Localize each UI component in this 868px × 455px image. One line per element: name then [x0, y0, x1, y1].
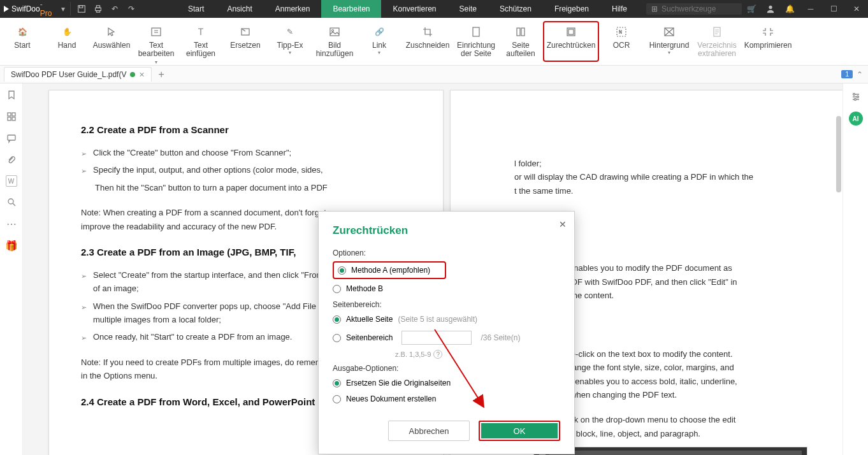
svg-rect-12 [521, 28, 524, 36]
bullet-arrow-icon: ➢ [81, 163, 87, 177]
menu-hilfe[interactable]: Hilfe [600, 0, 639, 18]
ribbon-page-setup[interactable]: Einrichtung der Seite [454, 21, 498, 58]
page-range-input[interactable] [401, 331, 472, 345]
page-range-hint: z.B. 1,3,5-9 ? [395, 350, 560, 359]
menu-ansicht[interactable]: Ansicht [215, 0, 263, 18]
svg-rect-19 [12, 113, 15, 116]
scrollbar-thumb[interactable] [836, 116, 841, 192]
left-sidebar: W ⋯ 🎁 [0, 83, 23, 455]
thumbnails-icon[interactable] [5, 110, 18, 123]
ok-button[interactable]: OK [479, 421, 560, 441]
radio-page-range[interactable]: Seitenbereich /36 Seite(n) [333, 329, 560, 347]
radio-icon [333, 315, 341, 324]
ribbon-split-page[interactable]: Seite aufteilen [498, 21, 543, 58]
right-sidebar: AI [843, 83, 868, 455]
ribbon-text-edit[interactable]: Text bearbeiten▾ [134, 21, 178, 66]
svg-rect-6 [152, 28, 161, 36]
chevron-up-icon[interactable]: ⌃ [857, 70, 863, 79]
bullet-arrow-icon: ➢ [81, 268, 87, 296]
search-tools[interactable]: ⊞ [646, 3, 742, 15]
svg-rect-22 [8, 135, 15, 140]
undo-icon[interactable]: ↶ [108, 2, 122, 16]
ribbon-background[interactable]: Hintergrund▾ [644, 21, 695, 55]
close-tab-icon[interactable]: ✕ [139, 71, 145, 79]
minimize-button[interactable]: ─ [799, 0, 822, 18]
ribbon-tippex[interactable]: ✎Tipp-Ex▾ [268, 21, 312, 55]
radio-icon [333, 379, 341, 387]
radio-new-document[interactable]: Neues Dokument erstellen [333, 393, 560, 405]
brand-name-2: -Pro [40, 0, 54, 18]
menu-bearbeiten[interactable]: Bearbeiten [321, 0, 381, 18]
main-menu: Start Ansicht Anmerken Bearbeiten Konver… [177, 0, 639, 18]
chevron-down-icon: ▾ [668, 50, 670, 55]
menu-freigeben[interactable]: Freigeben [543, 0, 600, 18]
ribbon-ocr[interactable]: OCR [599, 21, 644, 50]
menu-konvertieren[interactable]: Konvertieren [381, 0, 447, 18]
document-tab[interactable]: SwifDoo PDF User Guide_L.pdf(V ✕ [4, 67, 152, 82]
replace-icon [237, 24, 254, 40]
ribbon-compress[interactable]: Komprimieren [739, 21, 797, 50]
gift-icon[interactable]: 🎁 [5, 239, 18, 252]
radio-current-page[interactable]: Aktuelle Seite (Seite 5 ist ausgewählt) [333, 313, 560, 326]
heading: 2.2 Create a PDF from a Scanner [81, 122, 411, 138]
word-icon[interactable]: W [6, 175, 17, 187]
ribbon-start[interactable]: 🏠Start [0, 21, 45, 50]
menu-seite[interactable]: Seite [448, 0, 488, 18]
attachment-icon[interactable] [5, 154, 18, 166]
menu-schuetzen[interactable]: Schützen [488, 0, 543, 18]
app-logo: SwifDoo -Pro [0, 0, 59, 18]
settings-icon[interactable]: ⋯ [5, 217, 18, 230]
page-number-badge[interactable]: 1 [841, 70, 853, 78]
page-setup-icon [468, 24, 484, 40]
text-edit-icon [148, 24, 164, 40]
dialog-title: Zurechtrücken [333, 224, 560, 237]
ribbon-image-add[interactable]: Bild hinzufügen [312, 21, 357, 58]
home-icon: 🏠 [14, 24, 31, 40]
sliders-icon[interactable] [849, 90, 863, 104]
main-area: W ⋯ 🎁 2.2 Create a PDF from a Scanner ➢C… [0, 83, 868, 455]
cursor-icon [103, 24, 120, 40]
cancel-button[interactable]: Abbrechen [388, 421, 470, 441]
vertical-scrollbar[interactable] [836, 84, 843, 441]
print-icon[interactable] [91, 2, 105, 16]
ribbon-replace[interactable]: Ersetzen [223, 21, 268, 50]
title-bar: SwifDoo -Pro ▾ ↶ ↷ Start Ansicht Anmerke… [0, 0, 868, 18]
redo-icon[interactable]: ↷ [124, 2, 138, 16]
ribbon-select[interactable]: Auswählen [89, 21, 134, 50]
svg-rect-10 [473, 27, 479, 36]
svg-rect-4 [96, 11, 99, 13]
ribbon-hand[interactable]: ✋Hand [45, 21, 89, 50]
ribbon-extract-toc[interactable]: Verzeichnis extrahieren [695, 21, 739, 58]
ribbon-link[interactable]: 🔗Link▾ [357, 21, 401, 55]
deskew-dialog: ✕ Zurechtrücken Optionen: Methode A (emp… [318, 211, 575, 454]
bookmark-icon[interactable] [5, 89, 18, 101]
comment-icon[interactable] [5, 132, 18, 145]
chevron-down-icon: ▾ [378, 50, 380, 55]
ribbon-crop[interactable]: Zuschneiden [401, 21, 454, 50]
brand-name-1: SwifDoo [11, 4, 40, 13]
user-icon[interactable] [761, 0, 780, 18]
radio-method-b[interactable]: Methode B [333, 282, 560, 295]
ai-button[interactable]: AI [849, 112, 863, 126]
menu-start[interactable]: Start [177, 0, 215, 18]
window-controls: 🛒 🔔 ─ ☐ ✕ [742, 0, 868, 18]
ribbon-deskew[interactable]: Zurechtrücken [543, 21, 599, 62]
close-button[interactable]: ✕ [845, 0, 868, 18]
tab-label: SwifDoo PDF User Guide_L.pdf(V [11, 70, 126, 79]
dialog-close-button[interactable]: ✕ [559, 219, 567, 229]
search-input[interactable] [662, 4, 738, 13]
menu-anmerken[interactable]: Anmerken [264, 0, 322, 18]
bell-icon[interactable]: 🔔 [780, 0, 799, 18]
help-icon[interactable]: ? [433, 350, 442, 359]
search-icon[interactable] [5, 196, 18, 208]
maximize-button[interactable]: ☐ [822, 0, 845, 18]
svg-point-26 [857, 96, 858, 98]
ribbon-text-insert[interactable]: Text einfügen [178, 21, 223, 58]
pencil-icon: ✎ [282, 24, 298, 40]
add-tab-button[interactable]: + [158, 69, 164, 80]
radio-method-a[interactable]: Methode A (empfohlen) [333, 261, 446, 279]
radio-replace-original[interactable]: Ersetzen Sie die Originalseiten [333, 377, 560, 389]
save-icon[interactable] [75, 2, 89, 16]
chevron-down-icon[interactable]: ▾ [59, 4, 68, 13]
cart-icon[interactable]: 🛒 [742, 0, 761, 18]
